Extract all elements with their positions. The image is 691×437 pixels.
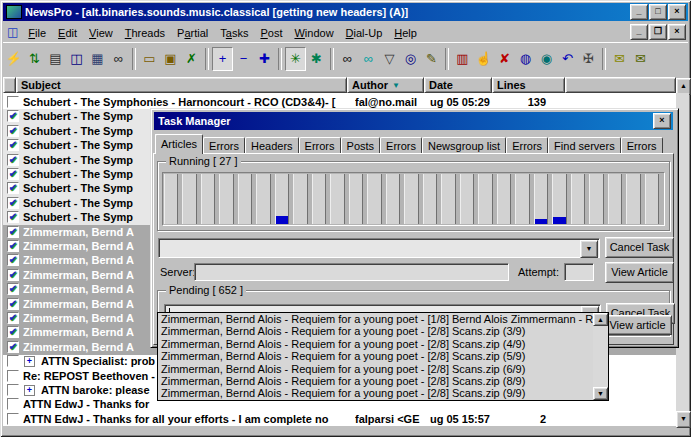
checked-icon[interactable]: ✔: [7, 110, 19, 122]
maximize-button[interactable]: □: [649, 4, 667, 20]
menu-threads[interactable]: Threads: [119, 25, 171, 41]
minimize-button[interactable]: _: [630, 4, 648, 20]
filter-icon[interactable]: ▽: [379, 47, 400, 71]
checkbox[interactable]: [7, 398, 19, 410]
attempt-field[interactable]: [564, 263, 594, 281]
child-close-button[interactable]: ×: [668, 24, 686, 40]
delete-icon[interactable]: ✘: [494, 47, 515, 71]
menu-tasks[interactable]: Tasks: [214, 25, 254, 41]
menu-post[interactable]: Post: [254, 25, 288, 41]
dropdown-item[interactable]: Zimmerman, Bernd Alois - Requiem for a y…: [158, 363, 608, 375]
checked-icon[interactable]: ✔: [7, 226, 19, 238]
checked-icon[interactable]: ✔: [7, 312, 19, 324]
preview-icon[interactable]: ◎: [400, 47, 421, 71]
open-folder-icon[interactable]: ▭: [139, 47, 160, 71]
checked-icon[interactable]: ✔: [7, 240, 19, 252]
dropdown-item[interactable]: Zimmerman, Bernd Alois - Requiem for a y…: [158, 375, 608, 387]
tab-errors-3[interactable]: Errors: [299, 137, 341, 154]
child-minimize-button[interactable]: _: [630, 24, 648, 40]
checked-icon[interactable]: ✔: [7, 283, 19, 295]
checkbox[interactable]: [7, 384, 19, 396]
print-icon[interactable]: ▤: [45, 47, 66, 71]
checked-icon[interactable]: ✔: [7, 326, 19, 338]
child-restore-button[interactable]: ❐: [649, 24, 667, 40]
dialog-close-icon[interactable]: ×: [653, 113, 671, 129]
mail-send-icon[interactable]: ✉: [630, 47, 651, 71]
header-check-column[interactable]: [3, 77, 16, 93]
checkbox[interactable]: [7, 413, 19, 425]
header-date[interactable]: Date: [424, 77, 492, 93]
add-all-tasks-icon[interactable]: ✚: [254, 47, 275, 71]
tab-articles-0[interactable]: Articles: [155, 134, 203, 154]
checkbox[interactable]: [7, 370, 19, 382]
checkbox[interactable]: [7, 355, 19, 367]
checked-icon[interactable]: ✔: [7, 298, 19, 310]
get-headers-icon[interactable]: ⇅: [24, 47, 45, 71]
checked-icon[interactable]: ✔: [7, 125, 19, 137]
pending-view-article-button[interactable]: View article: [603, 315, 672, 335]
running-task-combo[interactable]: ▼: [158, 238, 600, 258]
tools-icon[interactable]: ✠: [578, 47, 599, 71]
dropdown-item[interactable]: Zimmerman, Bernd Alois - Requiem for a y…: [158, 325, 608, 337]
decode-all-icon[interactable]: ✱: [306, 47, 327, 71]
dropdown-item[interactable]: Zimmerman, Bernd Alois - Requiem for a y…: [158, 387, 608, 399]
tab-errors-7[interactable]: Errors: [506, 137, 548, 154]
mail-icon[interactable]: ✉: [609, 47, 630, 71]
menu-file[interactable]: File: [22, 25, 52, 41]
hold-hand-icon[interactable]: ☝: [473, 47, 494, 71]
checked-icon[interactable]: ✔: [7, 139, 19, 151]
tab-posts-4[interactable]: Posts: [341, 137, 381, 154]
stats-icon[interactable]: ▥: [452, 47, 473, 71]
checked-icon[interactable]: ✔: [7, 254, 19, 266]
find-icon[interactable]: ∞: [337, 47, 358, 71]
menu-edit[interactable]: Edit: [52, 25, 83, 41]
scroll-down-button[interactable]: ▼: [676, 411, 691, 428]
connect-icon[interactable]: ⚡: [3, 47, 24, 71]
dropdown-item[interactable]: Zimmerman, Bernd Alois - Requiem for a y…: [158, 350, 608, 362]
close-button[interactable]: ×: [668, 4, 686, 20]
dropdown-scroll-down-icon[interactable]: ▼: [593, 387, 608, 400]
add-task-icon[interactable]: +: [212, 47, 233, 71]
folder-image-icon[interactable]: ▣: [160, 47, 181, 71]
chevron-down-icon[interactable]: ▼: [580, 240, 598, 258]
checked-icon[interactable]: ✔: [7, 211, 19, 223]
view-article-button[interactable]: View Article: [605, 262, 674, 283]
checked-icon[interactable]: ✔: [7, 269, 19, 281]
child-window-icon[interactable]: ◫: [7, 25, 18, 39]
dropdown-scrollbar[interactable]: ▲ ▼: [593, 313, 608, 400]
web-search-icon[interactable]: ◉: [536, 47, 557, 71]
folder-delete-icon[interactable]: ✗: [181, 47, 202, 71]
checked-icon[interactable]: ✔: [7, 197, 19, 209]
expand-plus-icon[interactable]: +: [24, 356, 35, 367]
header-subject[interactable]: Subject: [16, 77, 347, 93]
compose-icon[interactable]: ✎: [421, 47, 442, 71]
tab-find-servers-8[interactable]: Find servers: [548, 137, 621, 154]
dropdown-scroll-up-icon[interactable]: ▲: [593, 313, 608, 326]
checkbox[interactable]: [7, 96, 19, 108]
remove-task-icon[interactable]: −: [233, 47, 254, 71]
checked-icon[interactable]: ✔: [7, 154, 19, 166]
newsgroups-book-icon[interactable]: ◫: [66, 47, 87, 71]
checked-icon[interactable]: ✔: [7, 341, 19, 353]
menu-help[interactable]: Help: [388, 25, 423, 41]
cancel-task-button[interactable]: Cancel Task: [605, 237, 674, 258]
decode-icon[interactable]: ✳: [285, 47, 306, 71]
menu-dial-up[interactable]: Dial-Up: [340, 25, 389, 41]
tab-errors-1[interactable]: Errors: [203, 137, 245, 154]
menu-view[interactable]: View: [83, 25, 119, 41]
computer-icon[interactable]: ▦: [87, 47, 108, 71]
dropdown-item[interactable]: Zimmerman, Bernd Alois - Requiem for a y…: [158, 338, 608, 350]
menu-window[interactable]: Window: [288, 25, 339, 41]
header-lines[interactable]: Lines: [492, 77, 565, 93]
tab-errors-9[interactable]: Errors: [621, 137, 663, 154]
list-item[interactable]: ATTN EdwJ - Thanks for all your efforts …: [3, 412, 676, 426]
tab-errors-5[interactable]: Errors: [380, 137, 422, 154]
find-save-icon[interactable]: ∞: [358, 47, 379, 71]
undo-icon[interactable]: ↶: [557, 47, 578, 71]
header-author[interactable]: Author▼: [347, 77, 424, 93]
menu-partial[interactable]: Partial: [171, 25, 214, 41]
expand-plus-icon[interactable]: +: [24, 385, 35, 396]
search-users-icon[interactable]: ∞: [108, 47, 129, 71]
tab-newsgroup-list-6[interactable]: Newsgroup list: [422, 137, 506, 154]
server-field[interactable]: [194, 263, 509, 281]
